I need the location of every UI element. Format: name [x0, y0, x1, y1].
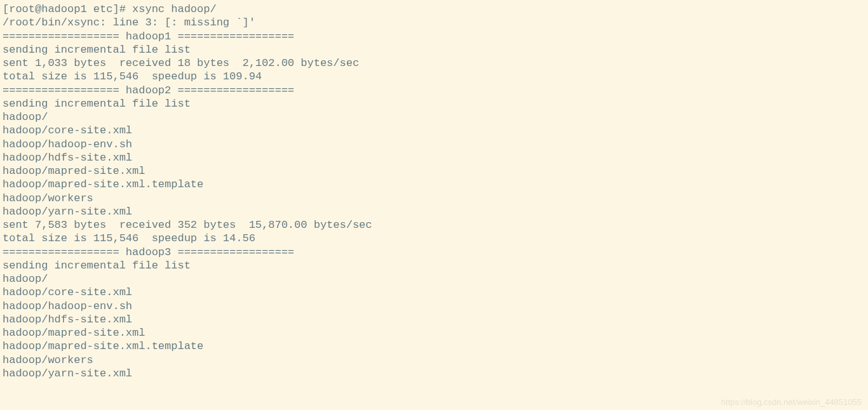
output-line: hadoop/hadoop-env.sh — [3, 300, 865, 313]
command-text: xsync hadoop/ — [132, 3, 217, 15]
output-line: sent 1,033 bytes received 18 bytes 2,102… — [3, 56, 865, 70]
output-line: hadoop/hdfs-site.xml — [3, 313, 865, 326]
output-line: hadoop/ — [3, 272, 865, 286]
output-line: ================== hadoop3 =============… — [3, 246, 865, 259]
shell-prompt: [root@hadoop1 etc]# — [3, 3, 132, 15]
output-line: hadoop/mapred-site.xml — [3, 326, 865, 340]
output-line: hadoop/workers — [3, 354, 865, 367]
prompt-line[interactable]: [root@hadoop1 etc]# xsync hadoop/ — [3, 3, 865, 16]
output-line: sent 7,583 bytes received 352 bytes 15,8… — [3, 218, 865, 232]
output-line: hadoop/core-site.xml — [3, 286, 865, 299]
output-line: hadoop/yarn-site.xml — [3, 205, 865, 218]
terminal-window[interactable]: [root@hadoop1 etc]# xsync hadoop/ /root/… — [3, 3, 865, 380]
output-line: hadoop/mapred-site.xml — [3, 164, 865, 178]
output-line: /root/bin/xsync: line 3: [: missing `]' — [3, 16, 865, 29]
output-line: hadoop/core-site.xml — [3, 124, 865, 137]
output-line: ================== hadoop2 =============… — [3, 84, 865, 97]
output-line: ================== hadoop1 =============… — [3, 30, 865, 43]
output-line: sending incremental file list — [3, 259, 865, 272]
output-line: hadoop/mapred-site.xml.template — [3, 178, 865, 191]
output-line: hadoop/workers — [3, 192, 865, 205]
output-line: sending incremental file list — [3, 43, 865, 56]
output-line: total size is 115,546 speedup is 14.56 — [3, 232, 865, 245]
output-line: sending incremental file list — [3, 97, 865, 110]
output-line: hadoop/hadoop-env.sh — [3, 138, 865, 151]
output-line: total size is 115,546 speedup is 109.94 — [3, 70, 865, 83]
output-line: hadoop/hdfs-site.xml — [3, 151, 865, 164]
output-line: hadoop/mapred-site.xml.template — [3, 340, 865, 353]
output-line: hadoop/ — [3, 110, 865, 124]
watermark-text: https://blog.csdn.net/weixin_44851055 — [721, 397, 862, 407]
output-line: hadoop/yarn-site.xml — [3, 367, 865, 380]
